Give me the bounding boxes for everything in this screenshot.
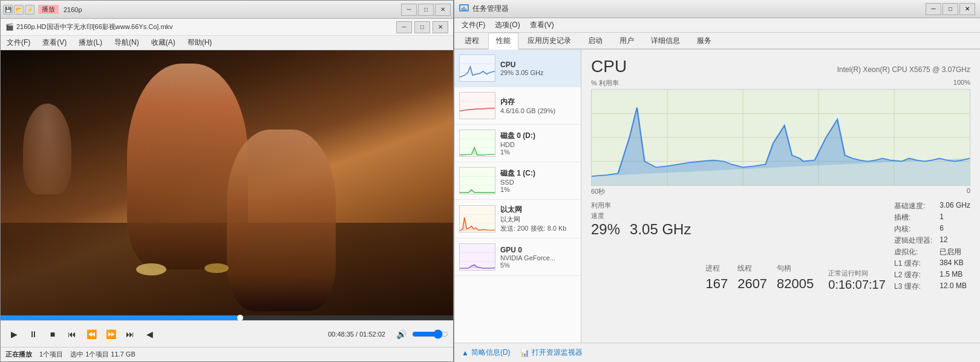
time-total: 01:52:02 xyxy=(359,331,385,338)
toolbar-icon-1[interactable]: 💾 xyxy=(3,5,13,15)
tab-startup[interactable]: 启动 xyxy=(580,33,610,48)
gpu-mini-chart xyxy=(459,243,495,271)
prev-button[interactable]: ⏮ xyxy=(64,326,80,343)
virtualization-label: 虚拟化: xyxy=(894,247,932,257)
sidebar-item-gpu[interactable]: GPU 0 NVIDIA GeForce... 5% xyxy=(454,239,581,276)
utilization-label: 利用率 xyxy=(591,201,691,210)
menu-view[interactable]: 查看(V) xyxy=(39,36,70,49)
tm-title-bar: 任务管理器 ─ □ ✕ xyxy=(454,0,980,18)
title-bar-controls: ─ □ ✕ xyxy=(401,4,451,16)
l1-value: 384 KB xyxy=(939,258,970,269)
svg-rect-13 xyxy=(460,168,495,194)
gpu-sidebar-pct: 5% xyxy=(500,262,576,269)
media-player-toolbar: 💾 📂 ⚡ 播放 2160p ─ □ ✕ xyxy=(1,1,453,19)
sidebar-item-memory[interactable]: 内存 4.6/16.0 GB (29%) xyxy=(454,87,581,125)
tm-menu-view[interactable]: 查看(V) xyxy=(525,19,559,31)
file-title-bar: 🎬 2160p.HD国语中字无水印[66影视www.66Ys.Co].mkv ─… xyxy=(1,19,453,36)
cpu-graph-section: % 利用率 100% xyxy=(591,79,970,196)
tm-minimize[interactable]: ─ xyxy=(926,3,941,15)
file-maximize[interactable]: □ xyxy=(414,21,430,33)
tab-services[interactable]: 服务 xyxy=(689,33,719,48)
resource-monitor-link[interactable]: 📊 打开资源监视器 xyxy=(520,347,583,358)
status-playing: 正在播放 xyxy=(5,350,32,359)
menu-help[interactable]: 帮助(H) xyxy=(184,36,216,49)
tab-performance[interactable]: 性能 xyxy=(488,33,518,50)
sidebar-item-disk0[interactable]: 磁盘 0 (D:) HDD 1% xyxy=(454,125,581,162)
menu-fav[interactable]: 收藏(A) xyxy=(148,36,179,49)
cpu-panel-title: CPU xyxy=(591,57,627,76)
disk0-sidebar-pct: 1% xyxy=(500,148,576,156)
tab-process[interactable]: 进程 xyxy=(457,33,487,48)
sidebar-item-cpu[interactable]: CPU 29% 3.05 GHz xyxy=(454,50,581,87)
time-display: 00:48:35 / 01:52:02 xyxy=(328,331,385,338)
progress-bar-area[interactable] xyxy=(1,315,453,320)
menu-play[interactable]: 播放(L) xyxy=(75,36,106,49)
ethernet-sidebar-name: 以太网 xyxy=(500,205,576,215)
toolbar-resolution: 2160p xyxy=(64,6,82,13)
volume-slider[interactable] xyxy=(412,329,448,339)
uptime-group: 正常运行时间 0:16:07:17 xyxy=(828,269,886,292)
tm-close[interactable]: ✕ xyxy=(959,3,975,15)
disk0-sidebar-type: HDD xyxy=(500,141,576,148)
menu-nav[interactable]: 导航(N) xyxy=(111,36,143,49)
time-current: 00:48:35 xyxy=(328,331,354,338)
summary-link-text[interactable]: 简略信息(D) xyxy=(471,347,511,358)
socket-label: 插槽: xyxy=(894,212,932,223)
person-bg-left xyxy=(23,104,71,194)
tab-app-history[interactable]: 应用历史记录 xyxy=(520,33,579,48)
menu-file[interactable]: 文件(F) xyxy=(3,36,34,49)
logical-label: 逻辑处理器: xyxy=(894,235,932,246)
file-close[interactable]: ✕ xyxy=(433,21,448,33)
file-minimize[interactable]: ─ xyxy=(396,21,412,33)
toolbar-icon-2[interactable]: 📂 xyxy=(14,5,24,15)
sidebar-item-ethernet[interactable]: 以太网 以太网 发送: 200 接收: 8.0 Kb xyxy=(454,200,581,239)
tm-menu-options[interactable]: 选项(O) xyxy=(490,19,524,31)
frame-back-button[interactable]: ◀ xyxy=(141,326,158,343)
minimize-button[interactable]: ─ xyxy=(401,4,417,16)
tm-content: CPU 29% 3.05 GHz 内存 4.6/16.0 GB (29%) xyxy=(454,50,980,343)
tab-details[interactable]: 详细信息 xyxy=(643,33,688,48)
svg-rect-7 xyxy=(460,93,495,119)
graph-time-left: 60秒 xyxy=(591,187,605,196)
next-button[interactable]: ⏭ xyxy=(122,326,139,343)
cpu-graph xyxy=(591,89,970,186)
process-label: 进程 xyxy=(705,263,728,274)
video-canvas xyxy=(1,50,453,315)
ethernet-sidebar-info: 以太网 以太网 发送: 200 接收: 8.0 Kb xyxy=(500,205,576,233)
uptime-value: 0:16:07:17 xyxy=(828,278,886,292)
base-speed-value: 3.06 GHz xyxy=(939,201,970,211)
cpu-sidebar-sub: 29% 3.05 GHz xyxy=(500,69,576,76)
close-button[interactable]: ✕ xyxy=(435,4,451,16)
memory-sidebar-sub: 4.6/16.0 GB (29%) xyxy=(500,107,576,114)
disk1-sidebar-name: 磁盘 1 (C:) xyxy=(500,168,576,179)
sidebar-item-disk1[interactable]: 磁盘 1 (C:) SSD 1% xyxy=(454,162,581,200)
fast-forward-button[interactable]: ⏩ xyxy=(102,326,119,343)
tm-app-icon xyxy=(459,4,469,14)
file-icon: 🎬 xyxy=(5,23,14,31)
play-button[interactable]: ▶ xyxy=(5,326,22,343)
graph-time-right: 0 xyxy=(967,187,970,196)
video-area[interactable] xyxy=(1,50,453,315)
tab-users[interactable]: 用户 xyxy=(612,33,642,48)
summary-link[interactable]: ▲ 简略信息(D) xyxy=(462,347,511,358)
graph-labels: % 利用率 100% xyxy=(591,79,970,88)
memory-sidebar-info: 内存 4.6/16.0 GB (29%) xyxy=(500,97,576,114)
maximize-button[interactable]: □ xyxy=(418,4,434,16)
stop-button[interactable]: ■ xyxy=(44,326,61,343)
pause-button[interactable]: ⏸ xyxy=(25,326,42,343)
graph-time-labels: 60秒 0 xyxy=(591,187,970,196)
controls-bar: ▶ ⏸ ■ ⏮ ⏪ ⏩ ⏭ ◀ 00:48:35 / 01:52:02 🔊 xyxy=(1,320,453,347)
media-player: 💾 📂 ⚡ 播放 2160p ─ □ ✕ 🎬 2160p.HD国语中字无水印[6… xyxy=(0,0,454,362)
tm-menu-file[interactable]: 文件(F) xyxy=(457,19,490,31)
volume-button[interactable]: 🔊 xyxy=(393,326,410,343)
rewind-button[interactable]: ⏪ xyxy=(83,326,100,343)
task-manager: 任务管理器 ─ □ ✕ 文件(F) 选项(O) 查看(V) 进程 性能 应用历史… xyxy=(454,0,980,362)
progress-thumb[interactable] xyxy=(237,315,243,321)
toolbar-icon-3[interactable]: ⚡ xyxy=(25,5,34,15)
resource-monitor-text[interactable]: 打开资源监视器 xyxy=(532,347,583,358)
tm-maximize[interactable]: □ xyxy=(942,3,958,15)
uptime-label: 正常运行时间 xyxy=(828,269,886,278)
toolbar-badge: 播放 xyxy=(38,5,59,14)
gpu-sidebar-sub: NVIDIA GeForce... xyxy=(500,254,576,262)
speed-value: 3.05 GHz xyxy=(630,222,691,237)
